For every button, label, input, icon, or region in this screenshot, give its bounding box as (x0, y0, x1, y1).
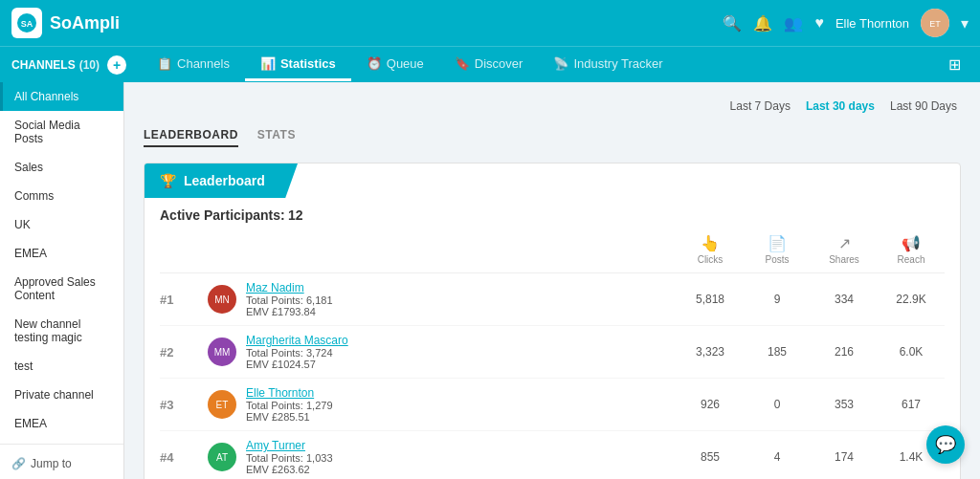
name-col: Amy Turner Total Points: 1,033 EMV £263.… (246, 439, 677, 475)
time-7days[interactable]: Last 7 Days (726, 98, 794, 115)
rank-label: #4 (160, 450, 208, 465)
avatar-col: ET (208, 390, 246, 419)
clicks-value: 5,818 (677, 293, 744, 306)
sidebar-item-new-channel[interactable]: New channel testing magic (0, 310, 123, 352)
column-headers: 👆 Clicks 📄 Posts ↗ Shares (160, 234, 945, 273)
posts-value: 185 (744, 345, 811, 359)
channels-label: CHANNELS (10) (11, 58, 100, 72)
sidebar-item-all-channels[interactable]: All Channels (0, 82, 123, 111)
statistics-tab-icon: 📊 (260, 56, 276, 71)
sidebar-item-approved-sales[interactable]: Approved Sales Content (0, 268, 123, 310)
leaderboard-rows: #1 MN Maz Nadim Total Points: 6,181 EMV … (160, 273, 945, 479)
bell-icon[interactable]: 🔔 (753, 14, 772, 33)
sidebar-item-test[interactable]: test (0, 352, 123, 381)
chevron-down-icon[interactable]: ▾ (961, 14, 969, 33)
grid-view-icon[interactable]: ⊞ (941, 50, 969, 79)
discover-tab-icon: 🔖 (455, 56, 470, 71)
sidebar-item-uk[interactable]: UK (0, 210, 123, 239)
clicks-icon: 👆 (701, 234, 720, 252)
shares-value: 353 (811, 398, 878, 411)
sidebar-item-private-channel[interactable]: Private channel (0, 381, 123, 409)
channels-count: (10) (79, 58, 100, 72)
posts-value: 9 (744, 293, 811, 306)
chat-bubble[interactable]: 💬 (926, 425, 965, 464)
add-channel-button[interactable]: + (107, 55, 126, 75)
avatar: MN (208, 285, 236, 314)
avatar[interactable]: ET (921, 9, 949, 37)
clicks-value: 926 (677, 398, 744, 411)
emv-value: EMV £285.51 (246, 411, 677, 423)
avatar: ET (208, 390, 236, 419)
sub-tab-stats[interactable]: STATS (257, 128, 296, 147)
table-row: #2 MM Margherita Mascaro Total Points: 3… (160, 326, 945, 379)
total-points: Total Points: 1,033 (246, 452, 677, 464)
top-nav-actions: 🔍 🔔 👥 ♥ Elle Thornton ET ▾ (723, 9, 969, 37)
main-content: Last 7 Days Last 30 days Last 90 Days LE… (124, 82, 980, 479)
time-30days[interactable]: Last 30 days (802, 98, 879, 115)
table-row: #4 AT Amy Turner Total Points: 1,033 EMV… (160, 431, 945, 479)
channels-tab-icon: 📋 (157, 56, 172, 71)
reach-value: 617 (878, 398, 945, 411)
shares-icon: ↗ (838, 234, 851, 252)
sidebar-item-sales[interactable]: Sales (0, 153, 123, 182)
heart-icon[interactable]: ♥ (814, 14, 824, 32)
tab-channels[interactable]: 📋 Channels (142, 49, 245, 81)
tab-discover[interactable]: 🔖 Discover (439, 49, 539, 81)
active-participants: Active Participants: 12 (160, 207, 945, 223)
jump-to-icon: 🔗 (11, 457, 26, 470)
sidebar-item-emea2[interactable]: EMEA (0, 409, 123, 438)
reach-value: 6.0K (878, 345, 945, 359)
emv-value: EMV £1793.84 (246, 306, 677, 317)
table-row: #1 MN Maz Nadim Total Points: 6,181 EMV … (160, 273, 945, 326)
tab-industry-tracker[interactable]: 📡 Industry Tracker (538, 49, 678, 81)
reach-icon: 📢 (902, 234, 921, 252)
total-points: Total Points: 3,724 (246, 347, 677, 359)
reach-value: 22.9K (878, 293, 945, 306)
shares-value: 216 (811, 345, 878, 359)
clicks-value: 3,323 (677, 345, 744, 359)
industry-tab-icon: 📡 (553, 56, 568, 71)
leaderboard-card: 🏆 Leaderboard Active Participants: 12 👆 (144, 163, 961, 479)
channels-bar: CHANNELS (10) + 📋 Channels 📊 Statistics … (0, 46, 980, 82)
rank-label: #2 (160, 345, 208, 359)
svg-text:SA: SA (21, 19, 33, 29)
avatar-col: AT (208, 443, 246, 471)
participant-name[interactable]: Amy Turner (246, 439, 677, 452)
posts-value: 4 (744, 450, 811, 464)
total-points: Total Points: 1,279 (246, 400, 677, 411)
main-layout: All Channels Social Media Posts Sales Co… (0, 82, 980, 479)
sidebar: All Channels Social Media Posts Sales Co… (0, 82, 124, 479)
tab-queue[interactable]: ⏰ Queue (351, 49, 439, 81)
posts-value: 0 (744, 398, 811, 411)
participant-name[interactable]: Elle Thornton (246, 386, 677, 400)
time-90days[interactable]: Last 90 Days (886, 98, 961, 115)
search-icon[interactable]: 🔍 (723, 14, 742, 33)
posts-icon: 📄 (768, 234, 787, 252)
emv-value: EMV £263.62 (246, 464, 677, 475)
col-shares: ↗ Shares (811, 234, 878, 265)
logo-area: SA SoAmpli (11, 8, 120, 38)
sidebar-divider (0, 444, 123, 445)
sidebar-item-comms[interactable]: Comms (0, 182, 123, 210)
rank-label: #1 (160, 293, 208, 307)
time-filter: Last 7 Days Last 30 days Last 90 Days (144, 98, 961, 115)
name-col: Elle Thornton Total Points: 1,279 EMV £2… (246, 386, 677, 423)
name-col: Maz Nadim Total Points: 6,181 EMV £1793.… (246, 281, 677, 317)
participant-name[interactable]: Margherita Mascaro (246, 334, 677, 347)
participant-name[interactable]: Maz Nadim (246, 281, 677, 294)
col-clicks: 👆 Clicks (677, 234, 744, 265)
queue-tab-icon: ⏰ (367, 56, 382, 71)
users-icon[interactable]: 👥 (784, 14, 803, 33)
sidebar-item-social-media-posts[interactable]: Social Media Posts (0, 111, 123, 153)
total-points: Total Points: 6,181 (246, 294, 677, 306)
tab-navigation: 📋 Channels 📊 Statistics ⏰ Queue 🔖 Discov… (142, 49, 937, 81)
tab-statistics[interactable]: 📊 Statistics (245, 49, 351, 81)
trophy-icon: 🏆 (160, 173, 176, 188)
svg-text:ET: ET (929, 19, 941, 29)
sidebar-jump-to[interactable]: 🔗 Jump to (0, 450, 123, 477)
avatar: AT (208, 443, 236, 471)
sidebar-item-emea1[interactable]: EMEA (0, 239, 123, 268)
sub-tab-leaderboard[interactable]: LEADERBOARD (144, 128, 238, 147)
clicks-value: 855 (677, 450, 744, 464)
emv-value: EMV £1024.57 (246, 359, 677, 370)
